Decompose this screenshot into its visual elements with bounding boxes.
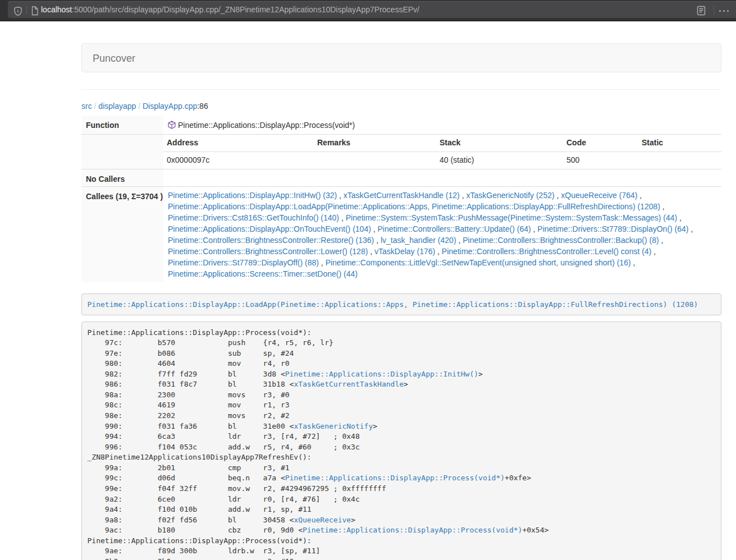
- callee-link[interactable]: Pinetime::System::SystemTask::PushMessag…: [346, 213, 678, 222]
- col-stack: Stack: [436, 135, 563, 152]
- breadcrumb-line-number: :86: [197, 102, 208, 111]
- callee-link[interactable]: Pinetime::Controllers::Battery::Update()…: [378, 224, 531, 233]
- callee-link[interactable]: Pinetime::Drivers::St7789::DisplayOff() …: [168, 258, 319, 267]
- more-menu-icon[interactable]: [719, 10, 731, 12]
- value-code: 500: [563, 152, 638, 169]
- disassembly: Pinetime::Applications::DisplayApp::Proc…: [81, 322, 721, 560]
- browser-toolbar: localhost:5000/path/src/displayapp/Displ…: [0, 0, 736, 21]
- urlbar-separator-left: [26, 5, 27, 15]
- urlbar-separator-right: [714, 5, 714, 15]
- callees-cell: Pinetime::Applications::DisplayApp::Init…: [163, 187, 721, 282]
- value-static: [638, 152, 721, 169]
- function-name: Pinetime::Applications::DisplayApp::Proc…: [178, 121, 355, 130]
- callee-link[interactable]: lv_task_handler (420): [381, 236, 456, 245]
- callee-link[interactable]: Pinetime::Controllers::BrightnessControl…: [463, 236, 659, 245]
- highlight-box: Pinetime::Applications::DisplayApp::Load…: [81, 293, 721, 315]
- navbar: Puncover: [81, 43, 721, 72]
- asm-symbol-link[interactable]: xTaskGenericNotify: [294, 422, 373, 430]
- callee-link[interactable]: Pinetime::Controllers::BrightnessControl…: [168, 247, 368, 256]
- callee-link[interactable]: Pinetime::Applications::Screens::Timer::…: [168, 269, 358, 278]
- function-table-empty-th: [81, 135, 163, 169]
- url-path: :5000/path/src/displayapp/DisplayApp.cpp…: [72, 5, 419, 14]
- function-label: Function: [81, 116, 163, 134]
- divider: [81, 89, 721, 90]
- no-callers-label: No Callers: [81, 169, 163, 186]
- breadcrumb: src / displayapp / DisplayApp.cpp:86: [81, 100, 721, 112]
- col-code: Code: [563, 135, 638, 152]
- callee-link[interactable]: Pinetime::Applications::DisplayApp::Load…: [168, 202, 660, 211]
- callee-link[interactable]: Pinetime::Drivers::Cst816S::GetTouchInfo…: [168, 213, 339, 222]
- url-text[interactable]: localhost:5000/path/src/displayapp/Displ…: [41, 5, 419, 14]
- breadcrumb-file[interactable]: DisplayApp.cpp: [143, 102, 197, 111]
- col-address: Address: [163, 135, 314, 152]
- callee-link[interactable]: Pinetime::Applications::DisplayApp::Init…: [168, 191, 337, 200]
- asm-symbol-link[interactable]: xTaskGetCurrentTaskHandle: [294, 380, 404, 388]
- navbar-brand[interactable]: Puncover: [82, 44, 146, 73]
- callee-link[interactable]: xTaskGenericNotify (252): [466, 191, 554, 200]
- callee-link[interactable]: xTaskGetCurrentTaskHandle (12): [344, 191, 460, 200]
- callee-link[interactable]: Pinetime::Drivers::St7789::DisplayOn() (…: [537, 224, 688, 233]
- value-address: 0x0000097c: [163, 152, 314, 169]
- callee-link[interactable]: Pinetime::Controllers::BrightnessControl…: [168, 236, 374, 245]
- breadcrumb-separator: /: [138, 102, 140, 111]
- function-table: Function Pinetime::Applications::Display…: [81, 116, 721, 282]
- col-static: Static: [638, 135, 721, 152]
- value-remarks: [314, 152, 436, 169]
- callee-link[interactable]: vTaskDelay (176): [374, 247, 435, 256]
- asm-symbol-link[interactable]: xQueueReceive: [294, 516, 351, 524]
- cube-icon: [168, 121, 176, 129]
- asm-symbol-link[interactable]: Pinetime::Applications::DisplayApp::Init…: [285, 370, 478, 378]
- url-host: localhost: [41, 5, 72, 14]
- value-stack: 40 (static): [436, 152, 563, 169]
- col-remarks: Remarks: [314, 135, 436, 152]
- highlight-link[interactable]: Pinetime::Applications::DisplayApp::Load…: [88, 300, 698, 309]
- url-bar[interactable]: localhost:5000/path/src/displayapp/Displ…: [8, 1, 736, 18]
- callee-link[interactable]: xQueueReceive (764): [561, 191, 637, 200]
- callee-link[interactable]: Pinetime::Controllers::BrightnessControl…: [442, 247, 651, 256]
- breadcrumb-src[interactable]: src: [81, 102, 92, 111]
- reader-mode-icon[interactable]: [697, 6, 706, 16]
- shield-icon[interactable]: [13, 6, 22, 16]
- callees-label: Callees (19, Σ=3704 ): [81, 187, 163, 282]
- function-detail-table: Address Remarks Stack Code Static 0x0000…: [163, 135, 721, 169]
- page-icon: [31, 6, 39, 16]
- callee-link[interactable]: Pinetime::Applications::DisplayApp::OnTo…: [168, 224, 371, 233]
- asm-symbol-link[interactable]: Pinetime::Applications::DisplayApp::Proc…: [285, 474, 505, 482]
- callee-link[interactable]: Pinetime::Components::LittleVgl::SetNewT…: [326, 258, 631, 267]
- breadcrumb-separator: /: [94, 102, 97, 111]
- asm-symbol-link[interactable]: Pinetime::Applications::DisplayApp::Proc…: [303, 526, 522, 534]
- breadcrumb-displayapp[interactable]: displayapp: [98, 102, 136, 111]
